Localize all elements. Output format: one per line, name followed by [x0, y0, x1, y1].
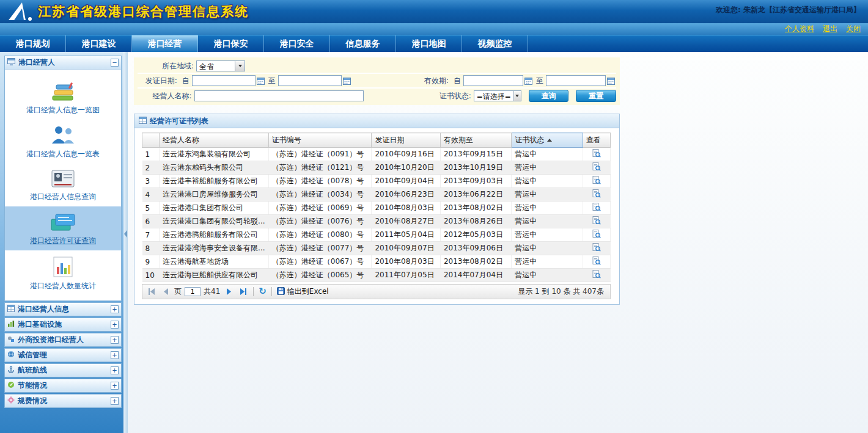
app-title: 江苏省省级港口综合管理信息系统 — [38, 3, 249, 20]
expand-button[interactable]: + — [111, 321, 119, 329]
status-cell: 营运中 — [512, 255, 583, 269]
logout-link[interactable]: 退出 — [823, 24, 837, 34]
export-excel-button[interactable]: 输出到Excel — [277, 286, 329, 297]
form-row-name-status: 经营人名称: 证书状态: =请选择= 查询 重置 — [138, 89, 616, 103]
valid-to-cell: 2012年05月03日 — [440, 228, 511, 242]
calendar-icon[interactable] — [343, 77, 351, 85]
view-detail-icon[interactable] — [592, 257, 601, 267]
row-number: 10 — [142, 269, 160, 282]
query-button[interactable]: 查询 — [529, 90, 569, 102]
validity-from-input[interactable] — [463, 75, 523, 86]
validity-to-input[interactable] — [546, 75, 606, 86]
table-row[interactable]: 7 连云港港腾船舶服务有限公司 （苏连）港经证（0080）号 2011年05月0… — [142, 228, 611, 242]
cert-no-header[interactable]: 证书编号 — [268, 133, 372, 148]
status-cell: 营运中 — [512, 202, 583, 215]
expand-button[interactable]: + — [111, 336, 119, 344]
operator-name-input[interactable] — [194, 90, 364, 101]
tab-info-service[interactable]: 信息服务 — [330, 35, 396, 52]
collapsed-panel-header[interactable]: 节能情况 + — [5, 379, 121, 392]
view-detail-icon[interactable] — [592, 270, 601, 280]
tab-port-safety[interactable]: 港口安全 — [264, 35, 330, 52]
welcome-text: 欢迎您: 朱新龙【江苏省交通运输厅港口局】 — [716, 5, 861, 15]
calendar-icon[interactable] — [607, 77, 615, 85]
collapsed-panel-header[interactable]: 规费情况 + — [5, 395, 121, 407]
table-row[interactable]: 6 连云港港口集团有限公司轮驳... （苏连）港经证（0076）号 2010年0… — [142, 215, 611, 228]
sidebar-panel-credit-management: 诚信管理 + — [4, 348, 122, 362]
sidebar-item-operator-overview-map[interactable]: 港口经营人信息一览图 — [5, 76, 121, 120]
sidebar-panel-fees: 规费情况 + — [4, 394, 122, 408]
collapsed-panel-header[interactable]: 航班航线 + — [5, 364, 121, 377]
view-detail-icon[interactable] — [592, 162, 601, 173]
issue-date-to-input[interactable] — [278, 75, 342, 86]
calendar-icon[interactable] — [524, 77, 532, 85]
collapse-button[interactable]: − — [111, 59, 119, 67]
sidebar-panel-foreign-investment-operators: 外商投资港口经营人 + — [4, 333, 122, 347]
profile-link[interactable]: 个人资料 — [785, 24, 814, 34]
tab-port-operation[interactable]: 港口经营 — [132, 35, 198, 52]
list-grid-icon — [139, 117, 147, 126]
tab-port-construction[interactable]: 港口建设 — [66, 35, 132, 52]
operator-name-header[interactable]: 经营人名称 — [160, 133, 269, 148]
reset-button[interactable]: 重置 — [576, 90, 616, 102]
issue-date-header[interactable]: 发证日期 — [372, 133, 440, 148]
sidebar-panel-header[interactable]: 港口经营人 − — [5, 56, 121, 69]
issue-date-cell: 2010年09月07日 — [372, 242, 440, 255]
table-row[interactable]: 3 连云港丰裕船舶服务有限公司 （苏连）港经证（0078）号 2010年09月0… — [142, 175, 611, 188]
calendar-icon[interactable] — [257, 77, 265, 85]
valid-to-header[interactable]: 有效期至 — [440, 133, 511, 148]
issue-date-from-input[interactable] — [192, 75, 256, 86]
sidebar-item-operator-count-stats[interactable]: 港口经营人数量统计 — [5, 250, 121, 296]
collapsed-panel-title: 外商投资港口经营人 — [18, 335, 108, 345]
region-select[interactable]: 全省 — [196, 60, 245, 71]
refresh-icon[interactable]: ↻ — [259, 287, 267, 296]
splitter-collapse-icon[interactable] — [124, 230, 127, 238]
collapsed-panel-header[interactable]: 外商投资港口经营人 + — [5, 333, 121, 346]
next-page-icon[interactable] — [223, 286, 234, 297]
tab-port-map[interactable]: 港口地图 — [396, 35, 462, 52]
tab-video-monitor[interactable]: 视频监控 — [462, 35, 528, 52]
status-header[interactable]: 证书状态 — [512, 133, 583, 148]
table-row[interactable]: 5 连云港港口集团有限公司 （苏连）港经证（0069）号 2010年08月03日… — [142, 202, 611, 215]
sidebar-item-operation-license-query[interactable]: 港口经营许可证查询 — [5, 206, 121, 250]
anchor-icon — [7, 366, 15, 375]
last-page-icon[interactable] — [237, 286, 248, 297]
expand-button[interactable]: + — [111, 366, 119, 374]
table-row[interactable]: 9 连云港海航基地货场 （苏连）港经证（0067）号 2010年08月03日 2… — [142, 255, 611, 269]
sidebar-splitter[interactable] — [123, 52, 128, 433]
view-detail-icon[interactable] — [592, 149, 601, 159]
monitor-icon — [7, 58, 15, 68]
tab-port-security[interactable]: 港口保安 — [198, 35, 264, 52]
view-detail-icon[interactable] — [592, 189, 601, 200]
view-detail-icon[interactable] — [592, 216, 601, 227]
view-detail-icon[interactable] — [592, 176, 601, 186]
issue-date-cell: 2010年08月03日 — [372, 255, 440, 269]
expand-button[interactable]: + — [111, 305, 119, 313]
first-page-icon[interactable] — [146, 286, 157, 297]
close-link[interactable]: 关闭 — [846, 24, 861, 34]
collapsed-panel-header[interactable]: 港口基础设施 + — [5, 318, 121, 331]
table-row[interactable]: 10 连云港海巨船舶供应有限公司 （苏连）港经证（0065）号 2011年07月… — [142, 269, 611, 282]
status-cell: 营运中 — [512, 215, 583, 228]
status-cell: 营运中 — [512, 188, 583, 202]
collapsed-panel-header[interactable]: 诚信管理 + — [5, 349, 121, 362]
view-header: 查看 — [583, 133, 610, 148]
expand-button[interactable]: + — [111, 397, 119, 405]
sidebar-item-operator-overview-table[interactable]: 港口经营人信息一览表 — [5, 120, 121, 164]
table-row[interactable]: 2 连云港东粮码头有限公司 （苏连）港经证（0121）号 2010年10月20日… — [142, 161, 611, 175]
page-number-input[interactable] — [185, 287, 200, 296]
view-detail-icon[interactable] — [592, 203, 601, 213]
expand-button[interactable]: + — [111, 382, 119, 390]
sidebar-item-operator-info-query[interactable]: 港口经营人信息查询 — [5, 164, 121, 206]
table-row[interactable]: 1 连云港东鸿集装箱有限公司 （苏连）港经证（0091）号 2010年09月16… — [142, 148, 611, 161]
tab-port-planning[interactable]: 港口规划 — [0, 35, 66, 52]
expand-button[interactable]: + — [111, 351, 119, 359]
chevron-down-icon — [513, 91, 521, 101]
prev-page-icon[interactable] — [160, 286, 171, 297]
table-row[interactable]: 4 连云港港口房屋维修服务公司 （苏连）港经证（0034）号 2010年06月2… — [142, 188, 611, 202]
table-row[interactable]: 8 连云港港湾海事安全设备有限... （苏连）港经证（0077）号 2010年0… — [142, 242, 611, 255]
collapsed-panel-header[interactable]: 港口经营人信息 + — [5, 303, 121, 316]
view-detail-icon[interactable] — [592, 230, 601, 240]
view-detail-icon[interactable] — [592, 243, 601, 253]
pagination-bar: 页 共41 ↻ — [142, 284, 611, 299]
status-select[interactable]: =请选择= — [474, 90, 521, 101]
